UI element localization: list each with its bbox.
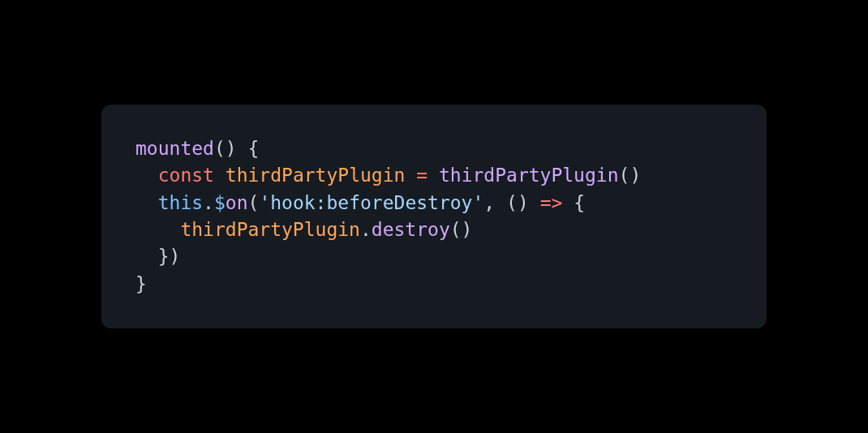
token-paren: (: [450, 219, 462, 240]
token-indent: [135, 192, 158, 213]
token-brace: }: [135, 273, 147, 294]
token-space: [562, 192, 574, 213]
token-comma: ,: [483, 192, 495, 213]
token-paren: (: [506, 192, 518, 213]
token-string: 'hook:beforeDestroy': [259, 192, 483, 213]
token-space: [214, 165, 226, 186]
token-paren: (: [214, 138, 226, 159]
token-paren: (: [248, 192, 260, 213]
token-brace: {: [574, 192, 585, 213]
code-content: mounted() { const thirdPartyPlugin = thi…: [135, 135, 733, 298]
token-indent: [135, 165, 158, 186]
token-space: [237, 138, 248, 159]
token-brace: }: [158, 246, 170, 267]
token-variable: thirdPartyPlugin: [226, 165, 406, 186]
code-block: mounted() { const thirdPartyPlugin = thi…: [101, 105, 767, 328]
token-dollar: $: [214, 192, 226, 213]
token-dot: .: [360, 219, 372, 240]
token-paren: ): [170, 246, 181, 267]
token-function-call: thirdPartyPlugin: [439, 165, 619, 186]
token-indent: [135, 246, 158, 267]
token-this: this: [158, 192, 203, 213]
token-indent: [135, 219, 180, 240]
token-paren: (: [619, 165, 630, 186]
token-paren: ): [630, 165, 641, 186]
token-keyword: const: [158, 165, 214, 186]
token-space: [529, 192, 540, 213]
token-paren: ): [518, 192, 529, 213]
token-space: [405, 165, 416, 186]
token-space: [495, 192, 506, 213]
token-space: [428, 165, 439, 186]
token-paren: ): [462, 219, 473, 240]
token-brace: {: [248, 138, 260, 159]
token-dot: .: [203, 192, 214, 213]
token-function: mounted: [135, 138, 214, 159]
token-paren: ): [226, 138, 237, 159]
token-operator: =: [416, 165, 428, 186]
token-arrow: =>: [540, 192, 563, 213]
token-method: on: [226, 192, 248, 213]
token-method: destroy: [372, 219, 450, 240]
token-object: thirdPartyPlugin: [180, 219, 360, 240]
